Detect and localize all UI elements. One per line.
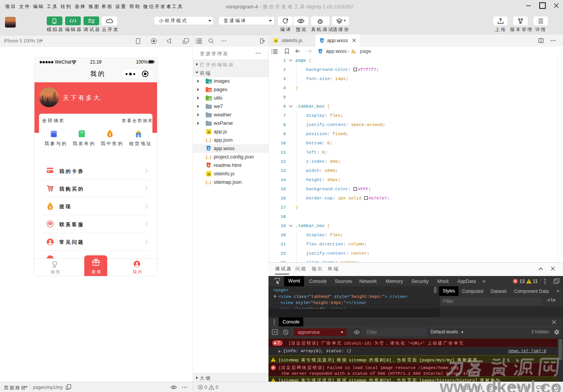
svg-text:JS: JS: [207, 173, 211, 176]
svg-text:3: 3: [321, 39, 323, 42]
svg-text:JS: JS: [207, 131, 211, 134]
svg-text:5: 5: [208, 163, 209, 167]
svg-text:3: 3: [208, 147, 209, 150]
svg-text:JS: JS: [274, 40, 277, 42]
svg-text:3: 3: [319, 50, 321, 53]
